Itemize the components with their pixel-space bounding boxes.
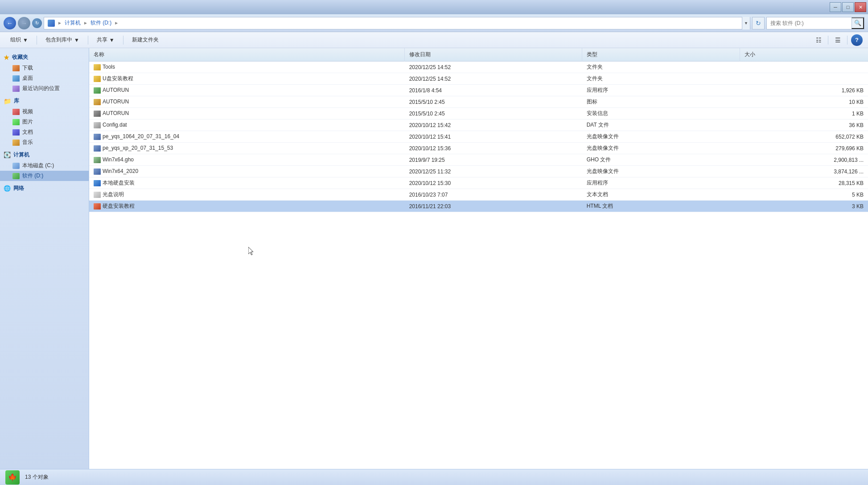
help-button[interactable]: ? bbox=[851, 34, 863, 46]
table-row[interactable]: 本地硬盘安装 2020/10/12 15:30 应用程序 28,315 KB bbox=[89, 177, 868, 189]
minimize-button[interactable]: ─ bbox=[830, 2, 841, 12]
file-type-cell: 文件夹 bbox=[582, 73, 740, 85]
table-row[interactable]: Config.dat 2020/10/12 15:42 DAT 文件 36 KB bbox=[89, 119, 868, 131]
file-date-cell: 2016/1/8 4:54 bbox=[405, 85, 582, 96]
file-area[interactable]: 名称 修改日期 类型 大小 Tools 2020/12/25 14:52 文件夹… bbox=[89, 48, 868, 469]
file-name-cell[interactable]: 光盘说明 bbox=[89, 189, 405, 201]
file-date-cell: 2016/10/23 7:07 bbox=[405, 189, 582, 201]
table-row[interactable]: U盘安装教程 2020/12/25 14:52 文件夹 bbox=[89, 73, 868, 85]
breadcrumb-drive[interactable]: 软件 (D:) bbox=[91, 19, 111, 27]
download-folder-icon bbox=[12, 65, 20, 71]
sidebar-item-drive-c[interactable]: 本地磁盘 (C:) bbox=[0, 160, 89, 171]
file-name-cell[interactable]: Tools bbox=[89, 62, 405, 73]
file-size-cell: 28,315 KB bbox=[740, 177, 868, 189]
table-header-row: 名称 修改日期 类型 大小 bbox=[89, 48, 868, 62]
file-name-cell[interactable]: AUTORUN bbox=[89, 108, 405, 119]
sidebar-item-doc[interactable]: 文档 bbox=[0, 127, 89, 137]
file-icon-exe2 bbox=[94, 180, 101, 186]
status-icon: 🍁 bbox=[5, 470, 20, 485]
table-row[interactable]: 光盘说明 2016/10/23 7:07 文本文档 5 KB bbox=[89, 189, 868, 201]
status-count: 13 个对象 bbox=[25, 473, 49, 481]
toolbar-separator-5 bbox=[847, 36, 847, 45]
file-name-cell[interactable]: Config.dat bbox=[89, 119, 405, 131]
desktop-label: 桌面 bbox=[22, 74, 33, 82]
file-date-cell: 2016/11/21 22:03 bbox=[405, 201, 582, 212]
file-name-cell[interactable]: Win7x64_2020 bbox=[89, 166, 405, 177]
drive-c-label: 本地磁盘 (C:) bbox=[22, 162, 54, 169]
search-button[interactable]: 🔍 bbox=[852, 17, 864, 29]
table-row[interactable]: Tools 2020/12/25 14:52 文件夹 bbox=[89, 62, 868, 73]
sidebar-item-video[interactable]: 视频 bbox=[0, 107, 89, 117]
organize-button[interactable]: 组织 ▼ bbox=[5, 34, 33, 46]
recent-label: 最近访问的位置 bbox=[22, 85, 60, 92]
table-row[interactable]: 硬盘安装教程 2016/11/21 22:03 HTML 文档 3 KB bbox=[89, 201, 868, 212]
file-name-cell[interactable]: 硬盘安装教程 bbox=[89, 201, 405, 212]
file-date-cell: 2020/10/12 15:36 bbox=[405, 143, 582, 154]
col-header-type[interactable]: 类型 bbox=[582, 48, 740, 62]
sidebar-item-recent[interactable]: 最近访问的位置 bbox=[0, 83, 89, 94]
table-row[interactable]: Win7x64.gho 2019/9/7 19:25 GHO 文件 2,900,… bbox=[89, 154, 868, 166]
file-name-cell[interactable]: pe_yqs_xp_20_07_31_15_53 bbox=[89, 143, 405, 154]
file-icon-iso bbox=[94, 134, 101, 140]
refresh-button[interactable]: ↻ bbox=[752, 17, 765, 29]
sidebar-item-music[interactable]: 音乐 bbox=[0, 137, 89, 148]
file-icon-iso bbox=[94, 145, 101, 152]
toolbar-separator-4 bbox=[828, 36, 828, 45]
drive-d-label: 软件 (D:) bbox=[22, 172, 43, 180]
main-area: ★ 收藏夹 下载 桌面 最近访问的位置 📁 库 bbox=[0, 48, 868, 469]
table-row[interactable]: Win7x64_2020 2020/12/25 11:32 光盘映像文件 3,8… bbox=[89, 166, 868, 177]
col-header-name[interactable]: 名称 bbox=[89, 48, 405, 62]
favorites-header[interactable]: ★ 收藏夹 bbox=[0, 52, 89, 63]
col-header-date[interactable]: 修改日期 bbox=[405, 48, 582, 62]
image-icon bbox=[12, 119, 20, 125]
sidebar: ★ 收藏夹 下载 桌面 最近访问的位置 📁 库 bbox=[0, 48, 89, 469]
sidebar-item-desktop[interactable]: 桌面 bbox=[0, 73, 89, 83]
drive-c-icon bbox=[12, 163, 20, 169]
file-name-cell[interactable]: pe_yqs_1064_20_07_31_16_04 bbox=[89, 131, 405, 143]
search-bar: 🔍 bbox=[766, 17, 864, 29]
share-button[interactable]: 共享 ▼ bbox=[92, 34, 119, 46]
table-row[interactable]: pe_yqs_xp_20_07_31_15_53 2020/10/12 15:3… bbox=[89, 143, 868, 154]
view-toggle-button[interactable]: ☷ bbox=[813, 34, 824, 46]
file-date-cell: 2020/12/25 11:32 bbox=[405, 166, 582, 177]
col-header-size[interactable]: 大小 bbox=[740, 48, 868, 62]
address-dropdown-button[interactable]: ▼ bbox=[742, 17, 750, 29]
file-name-cell[interactable]: 本地硬盘安装 bbox=[89, 177, 405, 189]
file-size-cell: 36 KB bbox=[740, 119, 868, 131]
back-button[interactable]: ← bbox=[4, 17, 16, 29]
file-type-cell: 光盘映像文件 bbox=[582, 143, 740, 154]
file-name-cell[interactable]: Win7x64.gho bbox=[89, 154, 405, 166]
view-details-button[interactable]: ☰ bbox=[832, 34, 843, 46]
maximize-button[interactable]: □ bbox=[842, 2, 854, 12]
refresh-small-button[interactable]: ↻ bbox=[32, 18, 42, 28]
close-button[interactable]: ✕ bbox=[855, 2, 866, 12]
file-icon-ico bbox=[94, 99, 101, 105]
file-name-cell[interactable]: AUTORUN bbox=[89, 96, 405, 108]
video-label: 视频 bbox=[22, 108, 33, 115]
table-row[interactable]: AUTORUN 2015/5/10 2:45 安装信息 1 KB bbox=[89, 108, 868, 119]
library-header[interactable]: 📁 库 bbox=[0, 95, 89, 107]
new-folder-button[interactable]: 新建文件夹 bbox=[127, 34, 164, 46]
library-folder-icon: 📁 bbox=[4, 98, 11, 105]
table-row[interactable]: AUTORUN 2015/5/10 2:45 图标 10 KB bbox=[89, 96, 868, 108]
table-row[interactable]: pe_yqs_1064_20_07_31_16_04 2020/10/12 15… bbox=[89, 131, 868, 143]
file-name-cell[interactable]: AUTORUN bbox=[89, 85, 405, 96]
sidebar-item-drive-d[interactable]: 软件 (D:) bbox=[0, 171, 89, 181]
computer-section: 💽 计算机 本地磁盘 (C:) 软件 (D:) bbox=[0, 149, 89, 181]
file-size-cell bbox=[740, 62, 868, 73]
network-header[interactable]: 🌐 网络 bbox=[0, 183, 89, 194]
download-label: 下载 bbox=[22, 64, 33, 72]
breadcrumb-arrow-2: ► bbox=[83, 21, 88, 25]
computer-header[interactable]: 💽 计算机 bbox=[0, 149, 89, 160]
breadcrumb-computer[interactable]: 计算机 bbox=[65, 19, 81, 27]
file-name-cell[interactable]: U盘安装教程 bbox=[89, 73, 405, 85]
include-library-button[interactable]: 包含到库中 ▼ bbox=[41, 34, 84, 46]
breadcrumb-arrow-1: ► bbox=[58, 21, 62, 25]
sidebar-item-download[interactable]: 下载 bbox=[0, 63, 89, 73]
search-input[interactable] bbox=[767, 20, 852, 26]
sidebar-item-image[interactable]: 图片 bbox=[0, 117, 89, 127]
forward-button[interactable]: → bbox=[18, 17, 30, 29]
file-date-cell: 2020/10/12 15:30 bbox=[405, 177, 582, 189]
table-row[interactable]: AUTORUN 2016/1/8 4:54 应用程序 1,926 KB bbox=[89, 85, 868, 96]
organize-label: 组织 bbox=[10, 36, 21, 44]
